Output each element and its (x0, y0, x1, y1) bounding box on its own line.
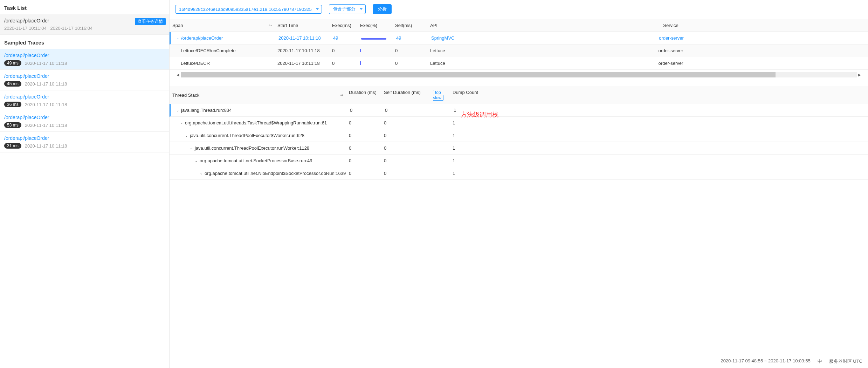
span-self: 0 (392, 57, 427, 69)
stack-row[interactable]: 方法级调用栈⌄java.lang.Thread.run:834 0 0 1 (170, 104, 868, 117)
scroll-right-icon[interactable]: ▶ (857, 72, 862, 77)
sampled-traces-title: Sampled Traces (0, 35, 169, 49)
stack-row[interactable]: ⌄org.apache.tomcat.util.net.NioEndpoint$… (170, 167, 868, 180)
chevron-down-icon[interactable]: ⌄ (176, 36, 179, 40)
stack-frame-name: java.util.concurrent.ThreadPoolExecutor$… (190, 133, 304, 138)
trace-time: 2020-11-17 10:11:18 (25, 123, 67, 128)
task-item[interactable]: /orderapi/placeOrder 2020-11-17 10:11:04… (0, 14, 169, 35)
span-exec-bar (357, 57, 392, 69)
span-row[interactable]: ⌄/orderapi/placeOrder 2020-11-17 10:11:1… (170, 32, 868, 45)
stack-dump-count: 1 (450, 129, 492, 142)
duration-badge: 45 ms (4, 81, 21, 87)
filter-select[interactable]: 包含子部分 (329, 4, 366, 14)
trace-name[interactable]: /orderapi/placeOrder (4, 94, 165, 100)
span-exec: 0 (329, 57, 357, 69)
stack-self-duration: 0 (381, 167, 430, 179)
span-header-span: Span⇔ (170, 19, 275, 32)
analyze-button[interactable]: 分析 (373, 4, 392, 14)
chevron-down-icon[interactable]: ⌄ (176, 108, 179, 112)
trace-item[interactable]: /orderapi/placeOrder 49 ms 2020-11-17 10… (0, 49, 169, 70)
stack-self-duration: 0 (381, 117, 430, 129)
stack-dump-count: 1 (450, 117, 492, 129)
chevron-down-icon[interactable]: ⌄ (185, 134, 188, 137)
stack-duration: 0 (346, 142, 381, 154)
stack-frame-name: org.apache.tomcat.util.net.SocketProcess… (200, 158, 312, 163)
stack-self-duration: 0 (381, 129, 430, 142)
duration-badge: 49 ms (4, 60, 21, 66)
span-api: SpringMVC (428, 32, 475, 44)
task-detail-button[interactable]: 查看任务详情 (135, 18, 166, 25)
trace-time: 2020-11-17 10:11:18 (25, 81, 67, 87)
chevron-down-icon[interactable]: ⌄ (190, 146, 193, 150)
chevron-down-icon[interactable]: ⌄ (195, 159, 198, 163)
trace-time: 2020-11-17 10:11:18 (25, 61, 67, 66)
stack-table-header: Thread Stack⇔ Duration (ms) Self Duratio… (170, 86, 868, 104)
stack-dump-count: 1 (450, 142, 492, 154)
chevron-down-icon[interactable]: ⌄ (200, 171, 202, 175)
chevron-down-icon[interactable]: ⌄ (180, 121, 183, 125)
span-name: Lettuce/DECR (181, 61, 210, 66)
stack-header-dump: Dump Count (450, 86, 492, 104)
task-times: 2020-11-17 10:11:04 2020-11-17 10:16:04 (4, 26, 165, 31)
scroll-left-icon[interactable]: ◀ (175, 72, 181, 77)
stack-frame-name: org.apache.tomcat.util.threads.TaskThrea… (185, 120, 327, 125)
span-api: Lettuce (427, 57, 474, 69)
resize-icon[interactable]: ⇔ (269, 23, 272, 28)
trace-item[interactable]: /orderapi/placeOrder 45 ms 2020-11-17 10… (0, 70, 169, 90)
trace-item[interactable]: /orderapi/placeOrder 31 ms 2020-11-17 10… (0, 132, 169, 152)
stack-header-self: Self Duration (ms) (381, 86, 430, 104)
span-row[interactable]: Lettuce/DECR/onComplete 2020-11-17 10:11… (170, 45, 868, 57)
duration-badge: 31 ms (4, 143, 21, 149)
stack-row[interactable]: ⌄java.util.concurrent.ThreadPoolExecutor… (170, 129, 868, 142)
span-service: order-server (474, 45, 868, 57)
stack-header-topslow: top slow (430, 86, 450, 104)
stack-row[interactable]: ⌄org.apache.tomcat.util.threads.TaskThre… (170, 117, 868, 129)
span-exec-bar (358, 32, 393, 44)
left-panel: Task List /orderapi/placeOrder 2020-11-1… (0, 0, 170, 368)
stack-self-duration: 0 (382, 104, 431, 116)
span-header-api: API (427, 19, 474, 32)
thread-stack-section: Thread Stack⇔ Duration (ms) Self Duratio… (170, 86, 868, 180)
span-self: 0 (392, 45, 427, 57)
stack-dump-count: 1 (450, 155, 492, 167)
duration-badge: 53 ms (4, 122, 21, 128)
span-start: 2020-11-17 10:11:18 (275, 57, 329, 69)
trace-time: 2020-11-17 10:11:18 (25, 143, 67, 149)
resize-icon[interactable]: ⇔ (340, 93, 343, 97)
span-self: 49 (393, 32, 428, 44)
span-api: Lettuce (427, 45, 474, 57)
span-exec-bar (357, 45, 392, 57)
footer-tz: 服务器时区 UTC (829, 358, 862, 364)
span-name: Lettuce/DECR/onComplete (181, 48, 236, 53)
trace-item[interactable]: /orderapi/placeOrder 36 ms 2020-11-17 10… (0, 90, 169, 111)
span-row[interactable]: Lettuce/DECR 2020-11-17 10:11:18 0 0 Let… (170, 57, 868, 70)
stack-row[interactable]: ⌄java.util.concurrent.ThreadPoolExecutor… (170, 142, 868, 155)
trace-name[interactable]: /orderapi/placeOrder (4, 115, 165, 120)
stack-duration: 0 (346, 167, 381, 179)
span-service: order-server (474, 57, 868, 69)
span-service: order-server (475, 32, 868, 44)
footer-lang[interactable]: 中 (818, 358, 822, 364)
stack-self-duration: 0 (381, 155, 430, 167)
horizontal-scrollbar[interactable]: ◀ ▶ (175, 72, 862, 77)
span-table-header: Span⇔ Start Time Exec(ms) Exec(%) Self(m… (170, 19, 868, 32)
span-exec: 0 (329, 45, 357, 57)
trace-id-select[interactable]: 16f4d9828c3246e1abd90958335a17e1.219.160… (175, 5, 322, 14)
trace-name[interactable]: /orderapi/placeOrder (4, 53, 165, 58)
stack-frame-name: org.apache.tomcat.util.net.NioEndpoint$S… (205, 171, 346, 176)
stack-dump-count: 1 (450, 167, 492, 179)
span-table: Span⇔ Start Time Exec(ms) Exec(%) Self(m… (170, 19, 868, 70)
stack-duration: 0 (346, 129, 381, 142)
stack-duration: 0 (347, 104, 382, 116)
stack-row[interactable]: ⌄org.apache.tomcat.util.net.SocketProces… (170, 155, 868, 167)
trace-name[interactable]: /orderapi/placeOrder (4, 73, 165, 79)
toolbar: 16f4d9828c3246e1abd90958335a17e1.219.160… (170, 1, 868, 19)
stack-frame-name: java.lang.Thread.run:834 (181, 108, 232, 113)
span-header-exec: Exec(ms) (329, 19, 357, 32)
trace-item[interactable]: /orderapi/placeOrder 53 ms 2020-11-17 10… (0, 111, 169, 132)
span-start: 2020-11-17 10:11:18 (276, 32, 330, 44)
duration-badge: 36 ms (4, 102, 21, 107)
trace-name[interactable]: /orderapi/placeOrder (4, 135, 165, 141)
footer-time-range: 2020-11-17 09:48:55 ~ 2020-11-17 10:03:5… (721, 358, 810, 364)
stack-duration: 0 (346, 155, 381, 167)
